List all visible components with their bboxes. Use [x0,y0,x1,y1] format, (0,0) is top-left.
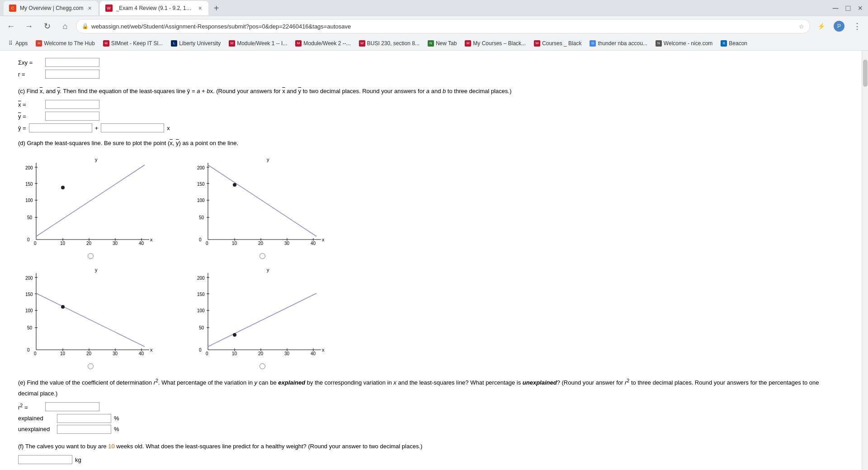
scrollbar[interactable] [862,51,868,470]
tab-chegg[interactable]: C My Overview | Chegg.com × [4,1,98,15]
module1-favicon: M [229,40,235,47]
g3-x40: 40 [139,351,144,356]
g1-y200: 200 [25,165,33,170]
sigma-xy-input[interactable] [45,58,99,67]
back-button[interactable]: ← [4,19,18,33]
extensions-button[interactable]: ⚡ [814,19,828,33]
graph-4-radio[interactable] [259,363,265,369]
g2-x10: 10 [232,241,237,246]
maximize-button[interactable]: □ [844,2,853,15]
explained-input[interactable] [57,414,111,423]
minimize-button[interactable]: ─ [831,2,840,15]
bookmark-module2-label: Module/Week 2 --... [303,40,350,47]
thunder-favicon: G [590,40,596,47]
bookmark-star-icon[interactable]: ☆ [799,23,804,30]
tab-favicon-chegg: C [9,5,16,12]
xbar-input[interactable] [45,100,99,109]
bookmark-liberty[interactable]: L Liberty University [167,39,224,47]
module2-favicon: M [295,40,302,47]
r-row: r = [18,70,839,79]
sigma-xy-row: Σxy = [18,58,839,67]
bookmark-busi-label: BUSI 230, section 8... [367,40,420,47]
bookmark-newtab[interactable]: N New Tab [424,39,460,47]
bookmark-hub[interactable]: H Welcome to The Hub [32,39,98,47]
reload-button[interactable]: ↻ [40,19,54,33]
part-f-answer-input[interactable] [18,455,72,464]
graph-3: y x 0 50 100 150 200 0 10 [18,266,163,369]
g4-x20: 20 [258,351,264,356]
graph-3-svg: y x 0 50 100 150 200 0 10 [18,266,163,361]
bookmark-mycourses[interactable]: M My Courses – Black... [461,39,529,47]
bookmark-hub-label: Welcome to The Hub [44,40,94,47]
g1-x20: 20 [86,241,92,246]
g3-x-label: x [150,347,153,352]
part-e-text: (e) Find the value of the coefficient of… [18,376,839,399]
graph-4-svg: y x 0 50 100 150 200 0 10 [190,266,335,361]
xbar-label: x = [18,101,45,108]
graph-1: y x 0 50 100 150 [18,156,163,259]
unexplained-row: unexplained % [18,425,839,434]
bookmarks-bar: ⠿ Apps H Welcome to The Hub M SIMnet - K… [0,36,868,51]
graph-2-radio[interactable] [259,253,265,259]
tab-webassign[interactable]: W _Exam 4 Review (9.1 - 9.2, 10.1-... × [100,1,208,15]
tab-close-chegg[interactable]: × [87,4,93,13]
mycourses-favicon: M [465,40,471,47]
g1-point [61,186,65,189]
graph-1-radio[interactable] [88,253,94,259]
address-bar[interactable]: 🔒 webassign.net/web/Student/Assignment-R… [76,19,810,33]
graph-2-svg: y x 0 50 100 150 200 0 10 [190,156,335,251]
bookmark-welcome-label: Welcome - nice.com [664,40,712,47]
explained-label: explained [18,415,54,422]
bookmark-module2[interactable]: M Module/Week 2 --... [292,39,354,47]
tab-bar: C My Overview | Chegg.com × W _Exam 4 Re… [0,0,868,16]
yhat-row: ŷ = + x [18,123,839,132]
graph-1-svg: y x 0 50 100 150 [18,156,163,251]
g4-x30: 30 [284,351,290,356]
tab-close-webassign[interactable]: × [198,4,203,13]
g4-y100: 100 [197,308,205,313]
g1-x30: 30 [113,241,118,246]
graph-3-radio[interactable] [88,363,94,369]
forward-button[interactable]: → [22,19,36,33]
g2-y200: 200 [197,165,205,170]
g4-y-label: y [267,267,269,273]
scrollbar-thumb[interactable] [863,60,868,87]
profile-button[interactable]: P [832,19,846,33]
unexplained-input[interactable] [57,425,111,434]
bookmark-apps[interactable]: ⠿ Apps [4,39,31,47]
bookmark-simnet[interactable]: M SIMnet - Keep IT Sl... [99,39,167,47]
yhat-b-input[interactable] [101,123,164,132]
bookmark-welcome[interactable]: N Welcome - nice.com [652,39,716,47]
x-var-label: x [167,125,170,132]
close-button[interactable]: × [856,2,864,15]
g1-x-label: x [150,237,153,242]
weeks-value: 10 [108,443,114,450]
new-tab-button[interactable]: + [210,3,223,14]
bookmark-thunder-label: thunder nba accou... [598,40,647,47]
home-button[interactable]: ⌂ [58,19,72,33]
bookmark-courses[interactable]: W Courses _ Black [530,39,585,47]
unexplained-pct-sign: % [114,426,119,432]
beacon-favicon: B [721,40,727,47]
yhat-a-input[interactable] [29,123,92,132]
bookmark-beacon[interactable]: B Beacon [717,39,751,47]
g2-x30: 30 [284,241,290,246]
hub-favicon: H [36,40,42,47]
menu-button[interactable]: ⋮ [850,19,864,33]
newtab-favicon: N [428,40,434,47]
bookmark-busi[interactable]: W BUSI 230, section 8... [355,39,423,47]
profile-avatar: P [834,21,844,32]
bookmark-beacon-label: Beacon [729,40,747,47]
r2-input[interactable] [45,402,99,411]
r2-label: r2 = [18,403,45,411]
bookmark-thunder[interactable]: G thunder nba accou... [586,39,651,47]
bookmark-module1[interactable]: M Module/Week 1 -- I... [225,39,291,47]
bookmark-mycourses-label: My Courses – Black... [473,40,526,47]
r-label: r = [18,71,45,78]
r-input[interactable] [45,70,99,79]
g3-point [61,305,65,309]
ybar-input[interactable] [45,112,99,121]
part-f-answer-row: kg [18,455,839,464]
lock-icon: 🔒 [82,23,89,29]
explained-row: explained % [18,414,839,423]
